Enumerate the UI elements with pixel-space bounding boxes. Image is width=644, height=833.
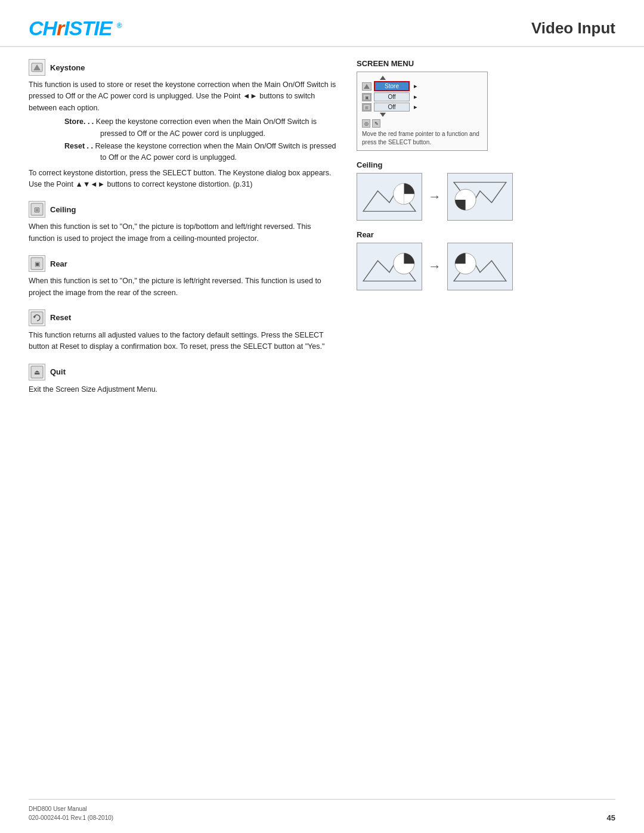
menu-item-off1: Off bbox=[374, 92, 410, 101]
menu-nav-icon2: ✎ bbox=[372, 119, 380, 128]
logo: CHrISTIE ® bbox=[29, 17, 122, 40]
rear-header: ▣ Rear bbox=[29, 255, 339, 272]
keystone-header: Keystone bbox=[29, 59, 339, 76]
screen-menu-box: Store ▸ ▣ Off ▸ ⊞ Off bbox=[357, 72, 488, 151]
quit-title: Quit bbox=[50, 367, 66, 376]
ceiling-diagram-section: Ceiling → bbox=[357, 160, 583, 221]
rear-title: Rear bbox=[50, 259, 67, 268]
quit-section: ⏏ Quit Exit the Screen Size Adjustment M… bbox=[29, 364, 339, 395]
logo-text: CHrISTIE ® bbox=[29, 17, 122, 40]
page-header: CHrISTIE ® Video Input bbox=[0, 0, 644, 47]
footer-part-number: 020-000244-01 Rev.1 (08-2010) bbox=[29, 813, 113, 822]
rear-box-after bbox=[447, 243, 513, 290]
keystone-body: This function is used to store or reset … bbox=[29, 79, 339, 190]
menu-nav-icon1: ◎ bbox=[362, 119, 370, 128]
svg-text:⏏: ⏏ bbox=[34, 368, 40, 376]
keystone-icon bbox=[29, 59, 45, 76]
ceiling-header: ⊞ Ceiling bbox=[29, 201, 339, 218]
keystone-reset: Reset . . Release the keystone correctio… bbox=[64, 141, 339, 164]
menu-diagram: Store ▸ ▣ Off ▸ ⊞ Off bbox=[362, 76, 482, 128]
menu-row-ceiling: ▣ Off ▸ bbox=[362, 92, 482, 101]
menu-row-rear: ⊞ Off ▸ bbox=[362, 103, 482, 112]
reset-section: Reset This function returns all adjusted… bbox=[29, 309, 339, 353]
svg-text:⊞: ⊞ bbox=[365, 106, 369, 110]
svg-marker-10 bbox=[364, 84, 370, 89]
ceiling-section: ⊞ Ceiling When this function is set to "… bbox=[29, 201, 339, 244]
menu-item-off2: Off bbox=[374, 103, 410, 112]
svg-text:▣: ▣ bbox=[365, 95, 369, 100]
footer-page-number: 45 bbox=[607, 813, 615, 822]
menu-row-keystone: Store ▸ bbox=[362, 81, 482, 91]
main-content: Keystone This function is used to store … bbox=[0, 47, 644, 418]
ceiling-icon: ⊞ bbox=[29, 201, 45, 218]
quit-icon: ⏏ bbox=[29, 364, 45, 380]
svg-text:▣: ▣ bbox=[35, 261, 40, 267]
menu-ceiling-icon: ▣ bbox=[362, 93, 371, 101]
page-title: Video Input bbox=[531, 19, 615, 38]
page-footer: DHD800 User Manual 020-000244-01 Rev.1 (… bbox=[29, 799, 615, 822]
reset-icon bbox=[29, 309, 45, 326]
ceiling-diagram-row: → bbox=[357, 173, 583, 221]
keystone-title: Keystone bbox=[50, 63, 85, 72]
keystone-extra: To correct keystone distortion, press th… bbox=[29, 168, 339, 191]
reset-body: This function returns all adjusted value… bbox=[29, 330, 339, 353]
screen-menu-section: SCREEN MENU Store ▸ bbox=[357, 59, 583, 151]
keystone-store: Store. . . Keep the keystone correction … bbox=[64, 116, 339, 140]
ceiling-arrow: → bbox=[428, 189, 441, 205]
keystone-text1: This function is used to store or reset … bbox=[29, 79, 339, 114]
rear-diagram-row: → bbox=[357, 243, 583, 290]
rear-diagram-section: Rear → bbox=[357, 230, 583, 290]
keystone-section: Keystone This function is used to store … bbox=[29, 59, 339, 190]
menu-caption: Move the red frame pointer to a function… bbox=[362, 130, 482, 147]
reset-title: Reset bbox=[50, 313, 71, 322]
rear-body: When this function is set to "On," the p… bbox=[29, 275, 339, 299]
quit-header: ⏏ Quit bbox=[29, 364, 339, 380]
ceiling-title: Ceiling bbox=[50, 205, 76, 214]
reset-header: Reset bbox=[29, 309, 339, 326]
footer-manual: DHD800 User Manual bbox=[29, 804, 113, 813]
rear-section: ▣ Rear When this function is set to "On,… bbox=[29, 255, 339, 299]
menu-down-row bbox=[362, 113, 482, 117]
ceiling-body: When this function is set to "On," the p… bbox=[29, 221, 339, 244]
rear-arrow: → bbox=[428, 259, 441, 274]
screen-menu-label: SCREEN MENU bbox=[357, 59, 583, 68]
svg-rect-6 bbox=[31, 312, 43, 324]
ceiling-diagram-label: Ceiling bbox=[357, 160, 583, 169]
rear-icon: ▣ bbox=[29, 255, 45, 272]
rear-diagram-label: Rear bbox=[357, 230, 583, 239]
svg-text:⊞: ⊞ bbox=[34, 206, 40, 214]
right-column: SCREEN MENU Store ▸ bbox=[357, 59, 583, 406]
left-column: Keystone This function is used to store … bbox=[29, 59, 339, 406]
rear-box-before bbox=[357, 243, 422, 290]
menu-item-store: Store bbox=[374, 81, 410, 91]
menu-nav-icons: ◎ ✎ bbox=[362, 119, 482, 128]
ceiling-box-after bbox=[447, 173, 513, 221]
footer-info: DHD800 User Manual 020-000244-01 Rev.1 (… bbox=[29, 804, 113, 822]
ceiling-box-before bbox=[357, 173, 422, 221]
menu-keystone-icon bbox=[362, 82, 371, 91]
menu-up-row bbox=[362, 76, 482, 80]
menu-rear-icon: ⊞ bbox=[362, 103, 371, 112]
quit-body: Exit the Screen Size Adjustment Menu. bbox=[29, 384, 339, 395]
